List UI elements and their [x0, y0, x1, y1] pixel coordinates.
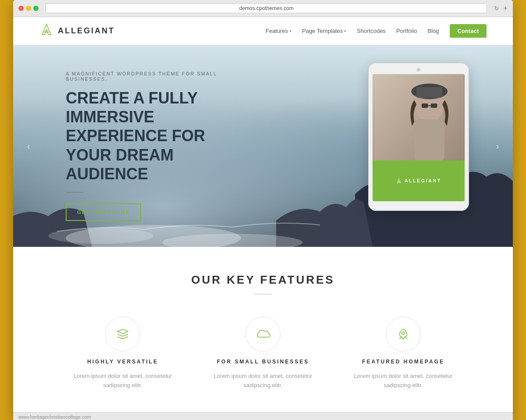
- nav-features[interactable]: Features ▾: [266, 28, 291, 34]
- reload-icon[interactable]: ↻: [494, 5, 499, 12]
- browser-dots: [18, 6, 39, 11]
- new-tab-button[interactable]: +: [503, 4, 508, 13]
- features-divider: [254, 294, 272, 295]
- dot-red[interactable]: [18, 6, 24, 11]
- feature-desc-2: Lorem ipsum dolor sit amet, consetetur s…: [351, 372, 456, 390]
- tablet-camera: [417, 68, 420, 71]
- hero-cta-button[interactable]: GET THIS THEME: [66, 203, 141, 221]
- svg-marker-0: [42, 24, 51, 35]
- svg-rect-11: [431, 103, 437, 108]
- page-templates-arrow-icon: ▾: [344, 29, 346, 33]
- svg-rect-9: [416, 87, 442, 98]
- tablet-brand-bar: ALLEGIANT: [373, 160, 465, 201]
- hero-prev-arrow[interactable]: ‹: [22, 139, 35, 153]
- browser-footer: www.heritagechristiancollege.com: [13, 412, 513, 420]
- tablet-brand-text: ALLEGIANT: [405, 178, 441, 183]
- hero-subtitle: A MAGNIFICENT WORDPRESS THEME FOR SMALL …: [66, 71, 241, 82]
- feature-icon-layers: [105, 317, 140, 352]
- feature-icon-cloud: [245, 317, 281, 352]
- nav-contact-button[interactable]: Contact: [450, 24, 487, 38]
- hero-content: A MAGNIFICENT WORDPRESS THEME FOR SMALL …: [13, 71, 241, 221]
- nav-page-templates[interactable]: Page Templates ▾: [302, 28, 346, 34]
- feature-item-homepage: FEATURED HOMEPAGE Lorem ipsum dolor sit …: [346, 317, 460, 390]
- feature-name-1: FOR SMALL BUSINESSES: [217, 359, 309, 365]
- hero-section: A MAGNIFICENT WORDPRESS THEME FOR SMALL …: [13, 45, 513, 247]
- feature-item-small-biz: FOR SMALL BUSINESSES Lorem ipsum dolor s…: [206, 317, 320, 390]
- browser-window: demos.cpothemes.com ↻ + ALLEGIANT Featur…: [13, 0, 513, 420]
- logo-area: ALLEGIANT: [39, 23, 115, 39]
- svg-point-15: [402, 332, 405, 335]
- logo-text: ALLEGIANT: [58, 26, 115, 36]
- dot-green[interactable]: [33, 6, 39, 11]
- features-section-title: OUR KEY FEATURES: [31, 273, 495, 287]
- svg-marker-13: [397, 178, 401, 183]
- features-arrow-icon: ▾: [289, 29, 291, 33]
- tablet-outer: ALLEGIANT: [368, 63, 469, 211]
- features-section: OUR KEY FEATURES HIGHLY VERSATILE Lorem …: [13, 247, 513, 412]
- site-header: ALLEGIANT Features ▾ Page Templates ▾ Sh…: [13, 17, 513, 45]
- feature-item-versatile: HIGHLY VERSATILE Lorem ipsum dolor sit a…: [66, 317, 180, 390]
- feature-name-2: FEATURED HOMEPAGE: [362, 359, 444, 365]
- nav-blog[interactable]: Blog: [428, 28, 439, 34]
- logo-icon: [39, 23, 53, 39]
- svg-rect-10: [422, 103, 428, 108]
- feature-icon-rocket: [386, 317, 421, 352]
- tablet-screen: ALLEGIANT: [373, 74, 465, 201]
- hero-next-arrow[interactable]: ›: [491, 139, 504, 153]
- nav-shortcodes[interactable]: Shortcodes: [357, 28, 386, 34]
- tablet-mockup: ALLEGIANT: [368, 63, 469, 211]
- feature-desc-0: Lorem ipsum dolor sit amet, consetetur s…: [70, 372, 175, 390]
- tablet-bottom: [373, 201, 465, 206]
- hero-title: CREATE A FULLY IMMERSIVE EXPERIENCE FOR …: [66, 89, 241, 183]
- hero-divider: [66, 192, 83, 193]
- browser-chrome: demos.cpothemes.com ↻ +: [13, 0, 513, 17]
- svg-rect-7: [414, 120, 444, 161]
- nav-portfolio[interactable]: Portfolio: [396, 28, 417, 34]
- address-bar[interactable]: demos.cpothemes.com: [46, 4, 487, 13]
- main-nav: Features ▾ Page Templates ▾ Shortcodes P…: [266, 24, 487, 38]
- person-illustration: [373, 74, 465, 160]
- features-grid: HIGHLY VERSATILE Lorem ipsum dolor sit a…: [66, 317, 460, 390]
- tablet-brand-logo: ALLEGIANT: [396, 178, 441, 184]
- tablet-photo: [373, 74, 465, 160]
- dot-yellow[interactable]: [26, 6, 31, 11]
- feature-name-0: HIGHLY VERSATILE: [87, 359, 158, 365]
- feature-desc-1: Lorem ipsum dolor sit amet, consetetur s…: [210, 372, 316, 390]
